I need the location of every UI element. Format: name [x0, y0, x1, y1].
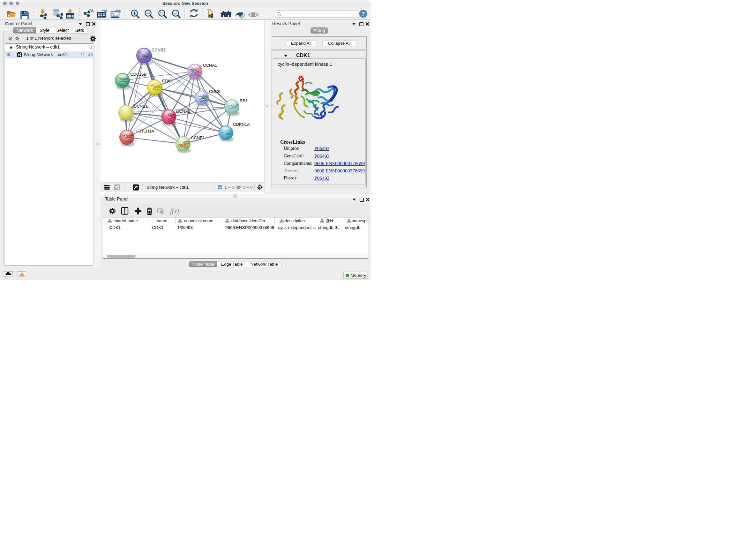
svg-text:CCNA2: CCNA2 [176, 109, 190, 114]
svg-text:?: ? [361, 11, 365, 17]
svg-text:f(x): f(x) [170, 207, 179, 215]
svg-text:HIST1H1A: HIST1H1A [134, 129, 154, 133]
svg-text:String Network – cdk1: String Network – cdk1 [146, 185, 189, 190]
svg-text:CCNB1: CCNB1 [134, 104, 148, 109]
svg-text:CCNA1: CCNA1 [203, 63, 217, 68]
svg-text:CCNE1: CCNE1 [191, 135, 205, 140]
svg-text:1 – 0: 1 – 0 [224, 185, 234, 190]
svg-text:CDC6: CDC6 [209, 89, 220, 94]
svg-text:CDKN1A: CDKN1A [233, 122, 250, 127]
svg-text:CCNB2: CCNB2 [151, 48, 165, 52]
svg-text:CDC25B: CDC25B [130, 72, 146, 77]
svg-text:RB1: RB1 [240, 98, 248, 103]
svg-text:0 – 0: 0 – 0 [243, 185, 253, 190]
svg-text:CDK1: CDK1 [162, 78, 173, 83]
